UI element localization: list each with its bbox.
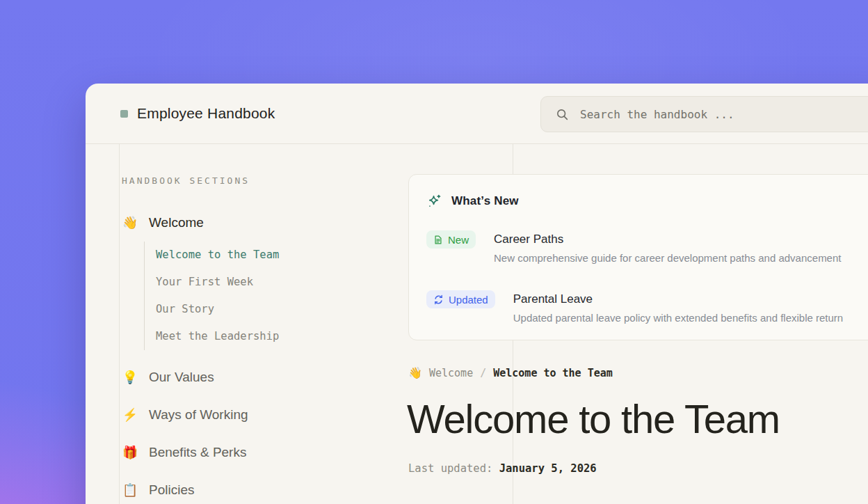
sidebar-item-label: Ways of Working [149,407,248,423]
search-input[interactable] [579,107,868,122]
entry-description: Updated parental leave policy with exten… [513,312,843,324]
sidebar-item-label: Welcome [149,215,204,230]
page-title: Welcome to the Team [407,397,868,441]
sidebar-item-label: Benefits & Perks [149,445,246,460]
document-icon [433,235,443,245]
app-title: Employee Handbook [137,105,275,122]
badge-label: New [448,234,469,246]
brand: Employee Handbook [120,84,275,143]
entry-body: Parental Leave Updated parental leave po… [513,290,843,324]
search-icon [556,108,569,121]
whats-new-entry-parental-leave[interactable]: Updated Parental Leave Updated parental … [426,290,868,324]
lightbulb-emoji-icon: 💡 [122,371,138,384]
gift-emoji-icon: 🎁 [122,446,138,459]
last-updated-value: January 5, 2026 [499,462,597,475]
main-content: What’s New New Career Paths New comprehe… [408,143,868,475]
sidebar-sublist-welcome: Welcome to the Team Your First Week Our … [144,242,400,350]
whats-new-entry-career-paths[interactable]: New Career Paths New comprehensive guide… [426,230,868,264]
sidebar-subitem-meet-the-leadership[interactable]: Meet the Leadership [156,323,400,350]
sidebar-subitem-your-first-week[interactable]: Your First Week [156,269,400,296]
brand-logo-icon [120,110,128,118]
refresh-icon [433,294,444,305]
app-header: Employee Handbook [86,84,868,144]
sidebar-item-label: Our Values [149,370,214,385]
last-updated: Last updated: January 5, 2026 [408,462,868,475]
entry-title: Career Paths [494,230,841,249]
search-box[interactable] [540,96,868,132]
entry-body: Career Paths New comprehensive guide for… [494,230,841,264]
sidebar-subitem-welcome-to-the-team[interactable]: Welcome to the Team [156,242,400,269]
sidebar-item-welcome[interactable]: 👋 Welcome [122,214,400,232]
whats-new-panel: What’s New New Career Paths New comprehe… [408,174,868,340]
badge-label: Updated [449,294,488,306]
sidebar: HANDBOOK SECTIONS 👋 Welcome Welcome to t… [122,143,400,499]
entry-description: New comprehensive guide for career devel… [494,252,841,264]
whats-new-title: What’s New [451,194,519,208]
sidebar-item-our-values[interactable]: 💡 Our Values [122,368,400,386]
updated-badge: Updated [426,290,495,308]
new-badge: New [426,230,476,249]
sidebar-item-benefits-perks[interactable]: 🎁 Benefits & Perks [122,443,400,462]
wave-emoji-icon: 👋 [122,216,138,229]
last-updated-label: Last updated: [408,462,492,475]
sidebar-item-label: Policies [149,482,194,498]
app-window: Employee Handbook HANDBOOK SECTIONS 👋 We… [86,84,868,504]
lightning-emoji-icon: ⚡ [122,409,138,421]
sparkles-icon [426,194,442,210]
sidebar-item-ways-of-working[interactable]: ⚡ Ways of Working [122,406,400,424]
breadcrumb: 👋 Welcome / Welcome to the Team [408,367,868,379]
sidebar-subitem-our-story[interactable]: Our Story [156,296,400,323]
sidebar-item-policies[interactable]: 📋 Policies [122,481,400,499]
entry-title: Parental Leave [513,290,843,308]
purple-backdrop: Employee Handbook HANDBOOK SECTIONS 👋 We… [0,0,868,504]
wave-emoji-icon: 👋 [408,368,422,379]
whats-new-header: What’s New [426,193,868,210]
sidebar-heading: HANDBOOK SECTIONS [122,175,400,186]
breadcrumb-current-page: Welcome to the Team [493,367,613,379]
breadcrumb-separator: / [480,367,486,379]
grid-guide-line-left [119,143,120,504]
clipboard-emoji-icon: 📋 [122,484,138,496]
breadcrumb-section-link[interactable]: Welcome [429,367,473,379]
